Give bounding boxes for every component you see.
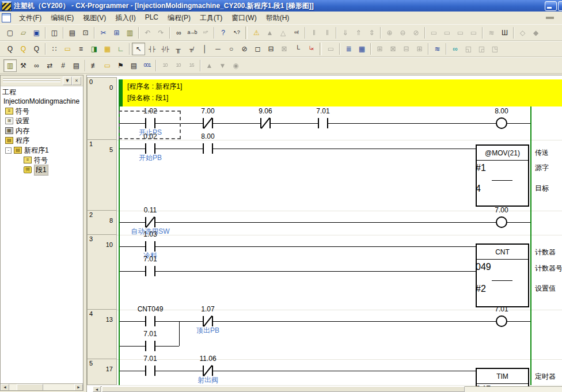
compile-button[interactable]: ⚠ xyxy=(250,26,263,39)
tree-item-1[interactable]: ⊞设置 xyxy=(5,116,29,125)
new-instruction-button[interactable]: ◻ xyxy=(251,43,264,55)
ladder-coil[interactable] xyxy=(496,216,507,228)
menu-item-0[interactable]: 文件(F) xyxy=(14,12,46,24)
menu-item-8[interactable]: 帮助(H) xyxy=(261,12,294,24)
ladder-scroll-thumb[interactable] xyxy=(102,386,465,392)
child-window-icon[interactable] xyxy=(2,13,11,22)
workspace-toggle-button[interactable]: ▥ xyxy=(3,59,17,72)
rung-comment-banner[interactable] xyxy=(123,79,562,106)
new-or-contact-button[interactable]: ╥ xyxy=(172,43,185,55)
menu-item-1[interactable]: 编辑(E) xyxy=(46,12,78,24)
ladder-coil[interactable] xyxy=(496,117,507,129)
tree-item-5[interactable]: ≡符号 xyxy=(24,155,48,165)
rung-header[interactable]: 413 xyxy=(87,310,117,359)
new-block-set-button[interactable]: ⊟ xyxy=(264,43,278,55)
cross-reference-button[interactable]: ≢ xyxy=(88,59,101,72)
transfer-window-button[interactable]: ⇄ xyxy=(43,59,56,72)
new-closed-coil-button[interactable]: ⊘ xyxy=(238,43,251,55)
zoom-in-button[interactable]: Q xyxy=(3,43,17,55)
workspace-header[interactable]: ▼ × xyxy=(1,75,83,86)
binary-display-button[interactable]: 001 xyxy=(140,59,154,72)
copy-button[interactable]: ⊞ xyxy=(110,26,123,39)
io-window-button[interactable]: # xyxy=(56,59,70,72)
tree-expander-icon[interactable]: - xyxy=(5,147,12,154)
tree-item-0[interactable]: ≡符号 xyxy=(5,106,29,116)
new-horizontal-line-button[interactable]: ─ xyxy=(211,43,225,55)
io-comment-button[interactable]: ◨ xyxy=(88,43,101,55)
rung-header[interactable]: 517 xyxy=(87,359,117,385)
new-vertical-line-button[interactable]: │ xyxy=(198,43,211,55)
new-closed-or-contact-button[interactable]: ╥/ xyxy=(185,43,198,55)
menu-item-5[interactable]: 编程(P) xyxy=(163,12,195,24)
replace-button[interactable]: a→b xyxy=(185,26,199,39)
output-window-button[interactable]: ▤ xyxy=(127,59,140,72)
mov-instruction-box[interactable]: @MOV(21) xyxy=(476,144,529,207)
symbol-layers-button[interactable]: ≣ xyxy=(342,43,355,55)
cut-button[interactable]: ✂ xyxy=(97,26,110,39)
tree-item-2[interactable]: ▦内存 xyxy=(5,126,29,135)
rung-comment-button[interactable]: ▭ xyxy=(61,43,74,55)
rung-header[interactable]: 310 xyxy=(87,235,117,310)
grid-toggle-button[interactable]: ∷ xyxy=(48,43,61,55)
tree-scroll-thumb[interactable] xyxy=(17,384,43,391)
rung-header[interactable]: 15 xyxy=(87,140,117,211)
menu-item-4[interactable]: PLC xyxy=(140,12,163,24)
cnt-instruction-box[interactable]: CNT xyxy=(476,243,529,307)
help-button[interactable]: ? xyxy=(217,26,230,39)
connect-line-button[interactable]: └ xyxy=(291,43,304,55)
menu-item-3[interactable]: 插入(I) xyxy=(111,12,140,24)
time-chart-button[interactable]: Ш xyxy=(498,26,511,39)
new-closed-contact-button[interactable]: ┤/├ xyxy=(158,43,172,55)
properties-window-button[interactable]: ▤ xyxy=(70,59,83,72)
tree-item-4[interactable]: -▤新程序1 xyxy=(5,146,49,155)
symbol-bar-button[interactable]: ▦ xyxy=(101,43,114,55)
menu-item-2[interactable]: 视图(V) xyxy=(78,12,111,24)
ladder-scroll-left-button[interactable]: ◄ xyxy=(93,386,101,392)
edit-tool-button[interactable]: ⚒ xyxy=(17,59,30,72)
workspace-gripper[interactable] xyxy=(3,78,60,80)
menu-item-6[interactable]: 工具(T) xyxy=(195,12,227,24)
maximize-button[interactable] xyxy=(558,1,562,11)
rung-list-button[interactable]: ≡ xyxy=(74,43,88,55)
tree-root[interactable]: InjectionMoldingmachine xyxy=(3,97,79,106)
local-symbol-window-button[interactable]: ∟ xyxy=(114,43,127,55)
tree-scroll-right-button[interactable]: ► xyxy=(74,384,83,391)
tree-item-3[interactable]: ▤程序 xyxy=(5,136,29,145)
tree-scroll-left-button[interactable]: ◄ xyxy=(1,384,9,391)
find-window-button[interactable]: ∞ xyxy=(30,59,43,72)
print-preview-button[interactable]: ⊡ xyxy=(79,26,92,39)
workspace-dropdown-button[interactable]: ▼ xyxy=(63,77,72,85)
ladder-view[interactable]: 001528310413517[程序名 : 新程序1][段名称 : 段1]1.0… xyxy=(86,75,562,392)
minimize-button[interactable] xyxy=(545,1,557,11)
new-contact-button[interactable]: ┤├ xyxy=(145,43,158,55)
browse-structure-button[interactable]: ≋ xyxy=(431,43,444,55)
find-button[interactable]: ∞ xyxy=(172,26,185,39)
zoom-out-button[interactable]: Q xyxy=(30,43,43,55)
rung-header[interactable]: 28 xyxy=(87,211,117,235)
contact-gap xyxy=(146,271,155,272)
rung-header[interactable]: 00 xyxy=(87,77,117,140)
tree-item-6[interactable]: 卌段1 xyxy=(24,165,48,174)
print-button[interactable]: ▤ xyxy=(66,26,79,39)
context-help-button[interactable]: ↖? xyxy=(230,26,243,39)
tree-hscrollbar[interactable]: ◄ ► xyxy=(1,383,83,390)
save-file-button[interactable]: ▣ xyxy=(30,26,43,39)
watch-window-button[interactable]: ∞ xyxy=(449,43,462,55)
new-coil-button[interactable]: ○ xyxy=(225,43,238,55)
address-comment-button[interactable]: ▭ xyxy=(101,59,114,72)
child-minimize-button[interactable] xyxy=(546,17,554,19)
workspace-close-button[interactable]: × xyxy=(72,77,81,85)
select-mode-button[interactable]: ↖ xyxy=(132,43,145,55)
menu-item-7[interactable]: 窗口(W) xyxy=(227,12,261,24)
new-file-button[interactable]: ▢ xyxy=(3,26,17,39)
paste-button[interactable]: ▥ xyxy=(123,26,136,39)
zoom-select-button[interactable]: Q xyxy=(17,43,30,55)
profile-option-icon: ◆ xyxy=(533,29,538,36)
flag-window-button[interactable]: ⚑ xyxy=(114,59,127,72)
monitor-check-button[interactable]: ∞! xyxy=(290,26,303,39)
delete-connect-line-button[interactable]: └× xyxy=(304,43,317,55)
find-report-button[interactable]: ◫ xyxy=(48,26,61,39)
monitor-edit-button[interactable]: ▦ xyxy=(355,43,369,55)
ladder-coil[interactable] xyxy=(496,315,507,327)
open-file-button[interactable]: ▱ xyxy=(17,26,30,39)
